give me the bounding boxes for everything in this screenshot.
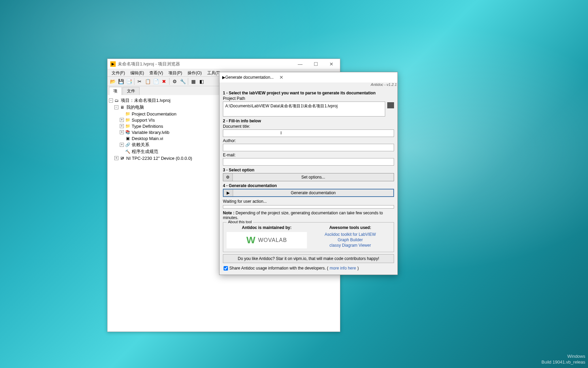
tree-label: 我的电脑	[126, 104, 144, 110]
tree-label: Desktop Main.vi	[132, 136, 163, 141]
generate-label: Generate documentation	[233, 189, 393, 196]
tree-label: NI TPC-2230 12" Device (0.0.0.0)	[126, 156, 192, 161]
maintained-by-label: Antidoc is maintained by:	[227, 225, 307, 230]
menu-file[interactable]: 文件(F)	[109, 69, 128, 76]
save-icon[interactable]: 💾	[117, 78, 125, 85]
tool1-icon[interactable]: ⚙	[171, 78, 178, 85]
share-text: Share Antidoc usage information with the…	[229, 266, 328, 271]
tree-label: 程序生成规范	[132, 149, 158, 155]
project-path-label: Project Path	[223, 96, 394, 101]
menu-edit[interactable]: 编辑(E)	[128, 69, 147, 76]
labview-icon: ▶	[222, 75, 225, 80]
computer-icon: 🖥	[119, 105, 125, 110]
titlebar[interactable]: ▶ 未命名项目1.lvproj - 项目浏览器 — ☐ ✕	[108, 59, 340, 69]
progress-bar	[223, 205, 394, 209]
tool4-icon[interactable]: ◧	[198, 78, 205, 85]
expand-icon[interactable]: +	[120, 143, 124, 147]
tools-used-label: Awesome tools used:	[310, 225, 391, 230]
separator	[188, 78, 188, 85]
author-input[interactable]	[223, 144, 394, 151]
watermark-line1: Windows	[541, 354, 585, 359]
folder-icon: 📁	[125, 123, 130, 129]
antidoc-dialog: ▶ Generate documentation... ✕ Antidoc - …	[219, 72, 398, 275]
link-graphbuilder[interactable]: Graph Builder	[310, 237, 391, 242]
tool3-icon[interactable]: ▦	[190, 78, 197, 85]
wovalab-text: WOVALAB	[258, 237, 287, 243]
wovalab-logo[interactable]: W WOVALAB	[227, 232, 307, 248]
tab-items[interactable]: 项	[109, 87, 122, 95]
expand-icon[interactable]: −	[109, 98, 113, 103]
folder-icon: 📁	[125, 117, 130, 123]
menu-operate[interactable]: 操作(O)	[185, 69, 204, 76]
delete-icon[interactable]: ✖	[160, 78, 168, 85]
tool2-icon[interactable]: 🔧	[179, 78, 186, 85]
doc-title-input[interactable]: I	[223, 129, 394, 137]
browse-icon[interactable]	[387, 102, 394, 108]
separator	[169, 78, 169, 85]
link-classydiagram[interactable]: classy Diagram Viewer	[310, 243, 391, 248]
tree-label: 项目：未命名项目1.lvproj	[121, 97, 170, 104]
expand-icon[interactable]: −	[114, 105, 118, 109]
saveall-icon[interactable]: 📑	[125, 78, 133, 85]
wovalab-icon: W	[246, 235, 255, 246]
folder-icon: 📁	[125, 111, 130, 117]
library-icon: 📚	[125, 129, 130, 135]
generate-icon: ▶	[224, 189, 233, 196]
star-button[interactable]: Do you like Antidoc? Star it on vipm.io,…	[223, 254, 394, 263]
version-label: Antidoc - v1.2.1	[219, 82, 397, 87]
close-button[interactable]: ✕	[324, 59, 339, 69]
step1-heading: 1 - Select the labVIEW project you want …	[223, 91, 394, 95]
labview-icon: ▶	[110, 61, 116, 67]
dialog-title: Generate documentation...	[225, 75, 274, 80]
generate-button[interactable]: ▶ Generate documentation	[223, 189, 394, 197]
options-icon: ⚙	[223, 173, 233, 181]
dependency-icon: 🔗	[125, 142, 130, 148]
close-button[interactable]: ✕	[274, 72, 289, 82]
menu-view[interactable]: 查看(V)	[147, 69, 166, 76]
dialog-body: 1 - Select the labVIEW project you want …	[219, 87, 397, 275]
expand-icon[interactable]: +	[114, 156, 118, 160]
open-icon[interactable]: 📂	[109, 78, 116, 85]
paste-icon[interactable]: 📄	[152, 78, 160, 85]
share-checkbox[interactable]	[224, 266, 228, 271]
expand-icon[interactable]: +	[120, 118, 124, 122]
minimize-button[interactable]: —	[292, 59, 308, 69]
step2-heading: 2 - Fill-in info below	[223, 119, 394, 123]
about-fieldset: About this tool Antidoc is maintained by…	[223, 222, 394, 252]
doc-title-label: Document title:	[223, 124, 394, 129]
tree-label: Variable library.lvlib	[132, 130, 169, 135]
windows-watermark: Windows Build 19041.vb_releas	[541, 354, 585, 365]
tree-label: Support VIs	[132, 118, 155, 123]
tree-label: Project Documentation	[132, 111, 177, 117]
step4-heading: 4 - Generate documentation	[223, 183, 394, 188]
set-options-button[interactable]: ⚙ Set options...	[223, 173, 394, 181]
note-body: Depending of the project size, generatin…	[223, 211, 383, 220]
email-input[interactable]	[223, 158, 394, 166]
watermark-line2: Build 19041.vb_releas	[541, 359, 585, 365]
tab-files[interactable]: 文件	[122, 87, 140, 95]
tools-col: Awesome tools used: Asciidoc toolkit for…	[310, 225, 391, 248]
author-label: Author:	[223, 138, 394, 143]
window-controls: ✕	[274, 72, 289, 82]
vi-icon: ▣	[125, 136, 130, 141]
more-info-link[interactable]: more info here	[330, 266, 356, 271]
note-text: Note : Depending of the project size, ge…	[223, 211, 394, 220]
expand-icon[interactable]: +	[120, 124, 124, 128]
about-legend: About this tool	[227, 220, 253, 224]
share-row: Share Antidoc usage information with the…	[223, 264, 394, 272]
project-path-value: A:\Documents\LabVIEW Data\未命名项目1\未命名项目1.…	[225, 104, 338, 108]
maximize-button[interactable]: ☐	[308, 59, 324, 69]
copy-icon[interactable]: 📋	[144, 78, 151, 85]
window-title: 未命名项目1.lvproj - 项目浏览器	[118, 61, 292, 67]
link-asciidoc[interactable]: Asciidoc toolkit for LabVIEW	[310, 232, 391, 237]
note-label: Note :	[223, 211, 234, 215]
expand-icon[interactable]: +	[120, 130, 124, 134]
set-options-label: Set options...	[233, 173, 394, 181]
menu-project[interactable]: 项目(P)	[166, 69, 185, 76]
cut-icon[interactable]: ✂	[136, 78, 143, 85]
separator	[134, 78, 134, 85]
dialog-titlebar[interactable]: ▶ Generate documentation... ✕	[219, 72, 397, 82]
project-path-input[interactable]: A:\Documents\LabVIEW Data\未命名项目1\未命名项目1.…	[223, 102, 385, 117]
star-text: Do you like Antidoc? Star it on vipm.io,…	[238, 256, 379, 261]
build-icon: 🔨	[125, 149, 130, 154]
